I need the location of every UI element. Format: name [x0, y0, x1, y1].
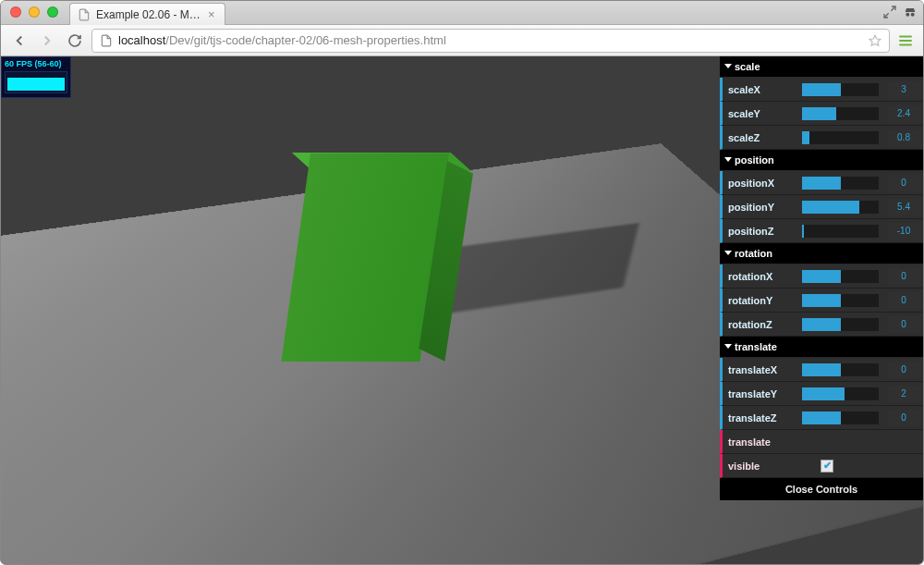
- slider-row-scaleZ[interactable]: scaleZ0.8: [720, 126, 923, 150]
- page-content: 60 FPS (56-60) scalescaleX3scaleY2.4scal…: [1, 56, 923, 564]
- slider-label: scaleZ: [728, 132, 796, 143]
- slider-track[interactable]: [802, 318, 879, 331]
- svg-line-1: [884, 13, 889, 18]
- slider-track[interactable]: [802, 131, 879, 144]
- window-close-button[interactable]: [10, 6, 21, 18]
- slider-row-rotationZ[interactable]: rotationZ0: [720, 313, 923, 337]
- forward-button[interactable]: [36, 30, 58, 52]
- slider-track[interactable]: [802, 177, 879, 190]
- slider-fill: [802, 294, 841, 307]
- slider-label: scaleX: [728, 84, 796, 95]
- slider-track[interactable]: [802, 363, 879, 376]
- slider-label: positionZ: [728, 226, 796, 237]
- slider-label: rotationZ: [728, 319, 796, 330]
- window-expand-icon[interactable]: [882, 5, 897, 19]
- slider-value[interactable]: 0.8: [888, 129, 919, 146]
- folder-title-position[interactable]: position: [720, 150, 923, 171]
- slider-row-positionY[interactable]: positionY5.4: [720, 195, 923, 219]
- translate-action-label: translate: [728, 436, 796, 448]
- svg-point-2: [906, 13, 909, 17]
- slider-row-positionZ[interactable]: positionZ-10: [720, 219, 923, 243]
- slider-track[interactable]: [802, 294, 879, 307]
- slider-value[interactable]: 0: [888, 175, 919, 191]
- slider-row-translateY[interactable]: translateY2: [720, 382, 923, 406]
- chrome-menu-button[interactable]: [895, 31, 916, 51]
- slider-fill: [802, 201, 859, 214]
- slider-value[interactable]: 2.4: [888, 105, 919, 122]
- page-file-icon: [100, 34, 113, 47]
- slider-row-translateX[interactable]: translateX0: [720, 358, 923, 382]
- slider-track[interactable]: [802, 225, 879, 238]
- folder-title-rotation[interactable]: rotation: [720, 243, 923, 264]
- slider-track[interactable]: [802, 201, 879, 214]
- traffic-lights: [10, 6, 58, 18]
- file-icon: [78, 8, 91, 21]
- window-zoom-button[interactable]: [47, 6, 58, 18]
- slider-label: rotationX: [728, 271, 796, 282]
- url-host: localhost: [118, 33, 165, 47]
- slider-fill: [802, 131, 809, 144]
- slider-fill: [802, 177, 841, 190]
- slider-row-rotationY[interactable]: rotationY0: [720, 289, 923, 313]
- slider-value[interactable]: -10: [888, 223, 919, 240]
- slider-value[interactable]: 5.4: [888, 199, 919, 215]
- slider-row-positionX[interactable]: positionX0: [720, 171, 923, 195]
- slider-value[interactable]: 3: [888, 81, 919, 98]
- slider-fill: [802, 411, 841, 424]
- svg-point-3: [911, 13, 915, 17]
- slider-track[interactable]: [802, 411, 879, 424]
- slider-label: translateZ: [728, 412, 796, 424]
- slider-label: scaleY: [728, 108, 796, 119]
- slider-row-translateZ[interactable]: translateZ0: [720, 406, 923, 430]
- slider-fill: [802, 318, 841, 331]
- slider-label: rotationY: [728, 295, 796, 306]
- reload-button[interactable]: [64, 30, 86, 52]
- slider-fill: [802, 270, 841, 283]
- svg-marker-4: [869, 35, 881, 45]
- slider-value[interactable]: 0: [888, 268, 919, 285]
- tab-title: Example 02.06 - Mesh Pro: [96, 8, 202, 21]
- slider-fill: [802, 363, 841, 376]
- folder-title-translate[interactable]: translate: [720, 337, 923, 358]
- fps-meter[interactable]: 60 FPS (56-60): [1, 56, 71, 98]
- back-button[interactable]: [8, 30, 30, 52]
- tab-strip: Example 02.06 - Mesh Pro ×: [1, 1, 923, 25]
- slider-fill: [802, 83, 841, 96]
- slider-row-scaleY[interactable]: scaleY2.4: [720, 102, 923, 126]
- slider-track[interactable]: [802, 107, 879, 120]
- slider-fill: [802, 225, 804, 238]
- browser-toolbar: localhost/Dev/git/tjs-code/chapter-02/06…: [1, 25, 923, 56]
- fps-text: 60 FPS (56-60): [5, 59, 67, 68]
- close-controls-button[interactable]: Close Controls: [720, 478, 923, 500]
- url-path: /Dev/git/tjs-code/chapter-02/06-mesh-pro…: [165, 33, 445, 47]
- slider-label: translateY: [728, 388, 796, 399]
- slider-track[interactable]: [802, 83, 879, 96]
- folder-title-scale[interactable]: scale: [720, 56, 923, 78]
- slider-fill: [802, 387, 845, 400]
- address-bar[interactable]: localhost/Dev/git/tjs-code/chapter-02/06…: [91, 29, 890, 53]
- slider-value[interactable]: 0: [888, 316, 919, 333]
- slider-value[interactable]: 0: [888, 362, 919, 378]
- visible-row[interactable]: visible ✔: [720, 454, 923, 478]
- visible-checkbox[interactable]: ✔: [821, 460, 833, 473]
- window-minimize-button[interactable]: [29, 6, 40, 18]
- browser-tab[interactable]: Example 02.06 - Mesh Pro ×: [69, 3, 225, 25]
- slider-track[interactable]: [802, 387, 879, 400]
- slider-row-scaleX[interactable]: scaleX3: [720, 78, 923, 102]
- slider-fill: [802, 107, 836, 120]
- svg-line-0: [891, 6, 895, 11]
- dat-gui-panel: scalescaleX3scaleY2.4scaleZ0.8positionpo…: [720, 56, 923, 500]
- visible-label: visible: [728, 461, 796, 472]
- slider-value[interactable]: 2: [888, 386, 919, 402]
- slider-track[interactable]: [802, 270, 879, 283]
- browser-window: Example 02.06 - Mesh Pro × l: [0, 0, 924, 565]
- fps-graph: [5, 71, 67, 93]
- green-mesh: [310, 154, 486, 362]
- slider-row-rotationX[interactable]: rotationX0: [720, 264, 923, 289]
- translate-action-row[interactable]: translate: [720, 430, 923, 454]
- incognito-icon: [903, 5, 918, 19]
- bookmark-star-icon[interactable]: [869, 34, 881, 47]
- slider-value[interactable]: 0: [888, 292, 919, 309]
- tab-close-button[interactable]: ×: [208, 8, 215, 20]
- slider-value[interactable]: 0: [888, 410, 919, 426]
